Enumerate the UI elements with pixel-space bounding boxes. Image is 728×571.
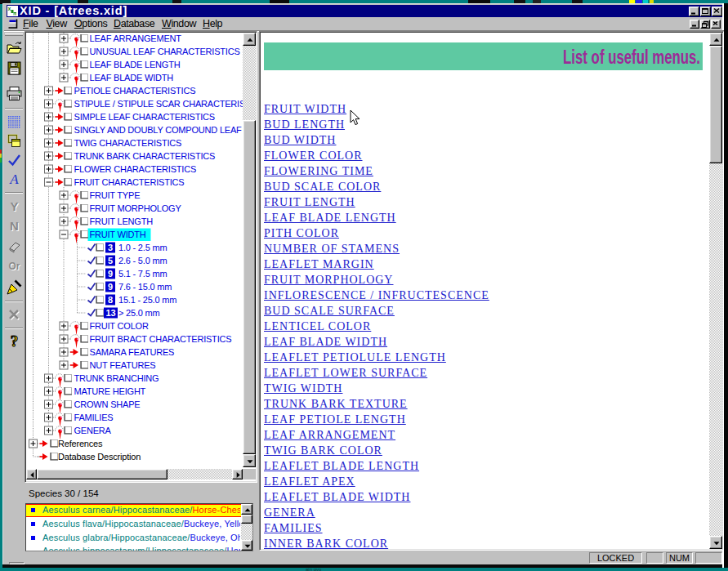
- svg-text:SINGLY AND DOUBLY COMPOUND LEA: SINGLY AND DOUBLY COMPOUND LEAF CHAR: [74, 125, 243, 135]
- svg-text:Database Description: Database Description: [58, 452, 141, 462]
- svg-text:5.1 - 7.5 mm: 5.1 - 7.5 mm: [118, 269, 167, 279]
- svg-text:TWIG CHARACTERISTICS: TWIG CHARACTERISTICS: [74, 138, 182, 148]
- svg-text:FAMILIES: FAMILIES: [74, 413, 114, 422]
- svg-text:Or: Or: [8, 261, 20, 272]
- svg-text:LEAF BLADE LENGTH: LEAF BLADE LENGTH: [90, 60, 181, 69]
- svg-text:1.0 - 2.5 mm: 1.0 - 2.5 mm: [118, 243, 167, 252]
- svg-text:15.1 - 25.0 mm: 15.1 - 25.0 mm: [118, 295, 176, 305]
- svg-text:CROWN SHAPE: CROWN SHAPE: [74, 399, 141, 409]
- svg-text:9: 9: [108, 282, 113, 292]
- svg-text:UNUSUAL LEAF CHARACTERISTICS: UNUSUAL LEAF CHARACTERISTICS: [90, 47, 240, 56]
- svg-text:x: x: [8, 6, 11, 11]
- svg-text:References: References: [58, 439, 103, 448]
- svg-text:9: 9: [108, 269, 113, 279]
- svg-text:TRUNK BRANCHING: TRUNK BRANCHING: [74, 373, 159, 383]
- svg-text:FRUIT MORPHOLOGY: FRUIT MORPHOLOGY: [90, 203, 182, 213]
- svg-text:SAMARA FEATURES: SAMARA FEATURES: [90, 347, 175, 357]
- svg-text:FRUIT WIDTH: FRUIT WIDTH: [90, 230, 146, 239]
- svg-text:5: 5: [108, 256, 113, 265]
- svg-text:N: N: [10, 219, 19, 233]
- svg-text:PETIOLE CHARACTERISTICS: PETIOLE CHARACTERISTICS: [74, 86, 196, 96]
- svg-text:SIMPLE LEAF CHARACTERISTICS: SIMPLE LEAF CHARACTERISTICS: [74, 112, 215, 122]
- svg-text:STIPULE / STIPULE SCAR CHARACT: STIPULE / STIPULE SCAR CHARACTERISTICS: [74, 99, 243, 109]
- svg-text:?: ?: [11, 332, 19, 350]
- svg-text:NUT FEATURES: NUT FEATURES: [90, 360, 156, 370]
- svg-text:> 25.0 mm: > 25.0 mm: [118, 308, 160, 318]
- svg-text:7.6 - 15.0 mm: 7.6 - 15.0 mm: [118, 282, 172, 292]
- svg-text:MATURE HEIGHT: MATURE HEIGHT: [74, 386, 146, 396]
- svg-text:GENERA: GENERA: [74, 426, 112, 435]
- svg-text:A: A: [9, 172, 19, 187]
- svg-text:LEAF ARRANGEMENT: LEAF ARRANGEMENT: [90, 33, 182, 43]
- svg-text:TRUNK BARK CHARACTERISTICS: TRUNK BARK CHARACTERISTICS: [74, 151, 216, 161]
- svg-text:LEAF BLADE WIDTH: LEAF BLADE WIDTH: [90, 73, 174, 83]
- svg-text:2.6 - 5.0 mm: 2.6 - 5.0 mm: [118, 256, 167, 265]
- svg-text:FRUIT TYPE: FRUIT TYPE: [90, 190, 141, 200]
- svg-text:FRUIT CHARACTERISTICS: FRUIT CHARACTERISTICS: [74, 177, 185, 187]
- svg-text:FRUIT LENGTH: FRUIT LENGTH: [90, 216, 154, 226]
- svg-text:13: 13: [106, 308, 116, 318]
- svg-text:Y: Y: [10, 199, 18, 213]
- svg-text:FLOWER CHARACTERISTICS: FLOWER CHARACTERISTICS: [74, 164, 197, 174]
- svg-text:8: 8: [108, 295, 113, 305]
- svg-text:FRUIT BRACT CHARACTERISTICS: FRUIT BRACT CHARACTERISTICS: [90, 334, 232, 344]
- svg-text:3: 3: [108, 243, 113, 252]
- svg-text:FRUIT COLOR: FRUIT COLOR: [90, 321, 149, 331]
